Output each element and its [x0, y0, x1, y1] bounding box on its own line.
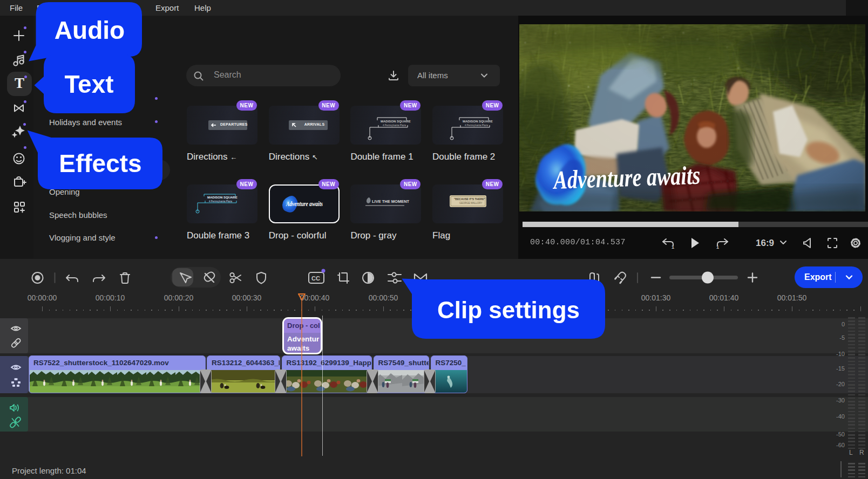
svg-text:4 Pennsylvania Plaza: 4 Pennsylvania Plaza — [383, 124, 406, 127]
svg-text:Adventure awaits: Adventure awaits — [286, 200, 323, 208]
svg-text:1: 1 — [672, 244, 674, 250]
svg-text:16:9: 16:9 — [756, 238, 774, 248]
svg-text:1: 1 — [716, 244, 719, 250]
svg-text:"BECAUSE IT'S THERE": "BECAUSE IT'S THERE" — [454, 197, 486, 201]
svg-text:4 Pennsylvania Plaza: 4 Pennsylvania Plaza — [209, 200, 233, 203]
svg-text:4 Pennsylvania Plaza: 4 Pennsylvania Plaza — [465, 124, 489, 127]
svg-text:GEORGE MALLORY: GEORGE MALLORY — [459, 202, 482, 204]
svg-text:Adventure awaits: Adventure awaits — [552, 161, 701, 195]
svg-text:LIVE THE MOMENT: LIVE THE MOMENT — [372, 199, 410, 204]
svg-text:MADISON SQUARE: MADISON SQUARE — [463, 120, 493, 123]
svg-text:MADISON SQUARE: MADISON SQUARE — [381, 120, 411, 123]
svg-text:CC: CC — [311, 275, 320, 282]
svg-text:MADISON SQUARE: MADISON SQUARE — [207, 196, 238, 199]
